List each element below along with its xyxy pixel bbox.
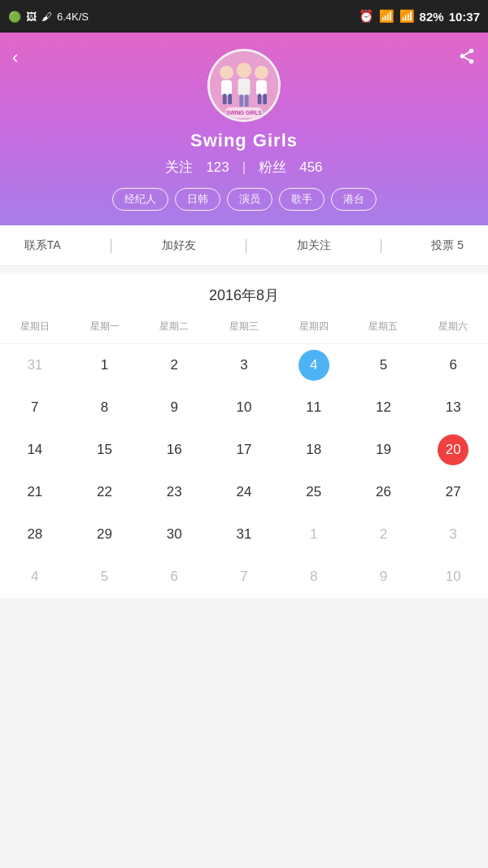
profile-header: ‹ (0, 33, 488, 225)
calendar-day[interactable]: 10 (418, 557, 488, 596)
svg-rect-13 (245, 94, 249, 107)
calendar-day[interactable]: 13 (418, 388, 488, 427)
weekday-cell: 星期三 (209, 316, 279, 337)
following-label: 关注 (165, 158, 193, 177)
profile-tag[interactable]: 演员 (227, 188, 272, 211)
svg-point-0 (469, 49, 474, 54)
svg-point-1 (460, 54, 465, 59)
vote-action[interactable]: 投票 5 (431, 238, 464, 253)
status-left: 🟢 🖼 🖌 6.4K/S (8, 11, 89, 23)
calendar-day[interactable]: 27 (418, 473, 488, 512)
avatar: SWING GIRLS (207, 49, 281, 122)
calendar-week-row: 78910111213 (0, 386, 488, 429)
calendar-day[interactable]: 4 (0, 557, 70, 596)
weekday-cell: 星期四 (279, 316, 349, 337)
calendar-day[interactable]: 6 (139, 557, 209, 596)
calendar-title: 2016年8月 (0, 273, 488, 313)
calendar-day[interactable]: 6 (418, 346, 488, 385)
status-right: ⏰ 📶 📶 82% 10:37 (359, 9, 480, 24)
calendar-week-row: 28293031123 (0, 513, 488, 556)
profile-tag[interactable]: 经纪人 (112, 188, 168, 211)
svg-rect-7 (221, 80, 232, 95)
wifi-icon: 🟢 (8, 11, 21, 23)
svg-line-3 (464, 57, 469, 60)
calendar-day[interactable]: 22 (70, 473, 140, 512)
followers-label: 粉丝 (259, 158, 286, 177)
calendar-day[interactable]: 25 (279, 473, 349, 512)
svg-rect-17 (263, 94, 267, 104)
calendar-day[interactable]: 9 (139, 388, 209, 427)
calendar-day[interactable]: 8 (279, 557, 349, 596)
calendar-day[interactable]: 18 (279, 430, 349, 469)
followers-count: 456 (299, 159, 322, 176)
action-divider-1: | (109, 237, 113, 254)
profile-tag[interactable]: 歌手 (279, 188, 325, 211)
action-bar: 联系TA | 加好友 | 加关注 | 投票 5 (0, 225, 488, 266)
calendar-day[interactable]: 31 (0, 346, 70, 385)
calendar-day[interactable]: 31 (209, 515, 279, 554)
share-button[interactable] (458, 47, 476, 70)
calendar-grid: 星期日星期一星期二星期三星期四星期五星期六 311234567891011121… (0, 313, 488, 598)
signal-icon: 📶 (399, 9, 415, 24)
calendar-section: 2016年8月 星期日星期一星期二星期三星期四星期五星期六 3112345678… (0, 273, 488, 598)
calendar-day[interactable]: 3 (418, 515, 488, 554)
calendar-day[interactable]: 12 (349, 388, 419, 427)
calendar-day[interactable]: 11 (279, 388, 349, 427)
calendar-day[interactable]: 9 (349, 557, 419, 596)
profile-tag[interactable]: 港台 (331, 188, 377, 211)
calendar-day[interactable]: 8 (70, 388, 140, 427)
calendar-day[interactable]: 19 (349, 430, 419, 469)
back-button[interactable]: ‹ (12, 47, 18, 68)
svg-rect-8 (223, 94, 227, 104)
calendar-day[interactable]: 7 (209, 557, 279, 596)
calendar-week-row: 31123456 (0, 344, 488, 386)
svg-point-6 (220, 66, 233, 80)
calendar-day[interactable]: 4 (279, 346, 349, 385)
tags-container: 经纪人日韩演员歌手港台 (16, 188, 472, 211)
calendar-day[interactable]: 2 (349, 515, 419, 554)
profile-tag[interactable]: 日韩 (175, 188, 220, 211)
calendar-day[interactable]: 5 (70, 557, 140, 596)
add-friend-action[interactable]: 加好友 (162, 238, 196, 253)
photo-icon: 🖼 (26, 11, 37, 23)
calendar-day[interactable]: 3 (209, 346, 279, 385)
svg-point-10 (237, 63, 252, 78)
calendar-day[interactable]: 28 (0, 515, 70, 554)
brush-icon: 🖌 (41, 11, 52, 23)
calendar-day[interactable]: 7 (0, 388, 70, 427)
calendar-day[interactable]: 1 (70, 346, 140, 385)
calendar-day[interactable]: 23 (139, 473, 209, 512)
calendar-day[interactable]: 29 (70, 515, 140, 554)
calendar-week-row: 21222324252627 (0, 471, 488, 513)
calendar-day[interactable]: 24 (209, 473, 279, 512)
weekday-row: 星期日星期一星期二星期三星期四星期五星期六 (0, 313, 488, 344)
contact-action[interactable]: 联系TA (24, 238, 61, 253)
calendar-day[interactable]: 15 (70, 430, 140, 469)
artist-name: Swing Girls (16, 130, 472, 151)
calendar-day[interactable]: 14 (0, 430, 70, 469)
svg-rect-15 (256, 80, 267, 95)
svg-rect-12 (239, 94, 243, 107)
weekday-cell: 星期日 (0, 316, 70, 337)
action-divider-3: | (379, 237, 383, 254)
calendar-day[interactable]: 26 (349, 473, 419, 512)
calendar-day[interactable]: 20 (418, 430, 488, 469)
weekday-cell: 星期二 (139, 316, 209, 337)
svg-rect-9 (228, 94, 232, 104)
weekday-cell: 星期五 (349, 316, 419, 337)
calendar-day[interactable]: 10 (209, 388, 279, 427)
calendar-day[interactable]: 21 (0, 473, 70, 512)
weekday-cell: 星期六 (418, 316, 488, 337)
calendar-day[interactable]: 2 (139, 346, 209, 385)
follow-action[interactable]: 加关注 (297, 238, 331, 253)
calendar-day[interactable]: 1 (279, 515, 349, 554)
calendar-day[interactable]: 16 (139, 430, 209, 469)
calendar-day[interactable]: 17 (209, 430, 279, 469)
calendar-day[interactable]: 30 (139, 515, 209, 554)
following-count: 123 (206, 159, 229, 176)
battery-level: 82% (420, 10, 444, 24)
calendar-week-row: 14151617181920 (0, 429, 488, 471)
calendar-week-row: 45678910 (0, 556, 488, 598)
clock: 10:37 (449, 10, 480, 24)
calendar-day[interactable]: 5 (349, 346, 419, 385)
